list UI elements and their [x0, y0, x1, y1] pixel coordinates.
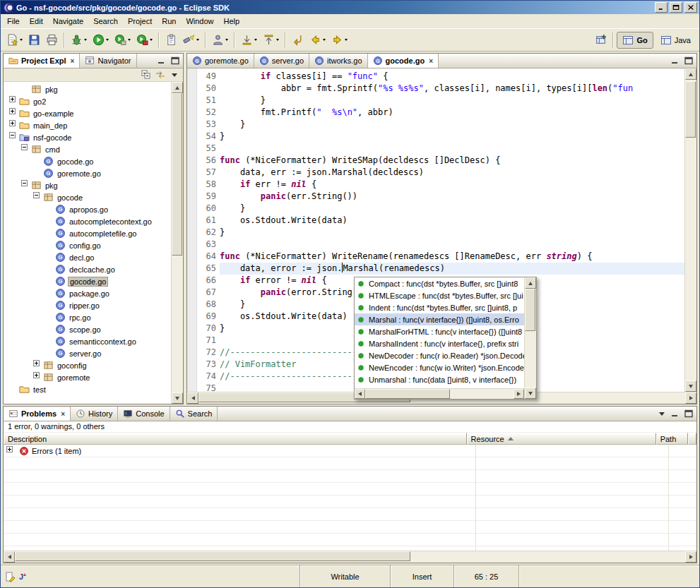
- scroll-right-button[interactable]: [685, 392, 696, 404]
- code-line-56[interactable]: func (*NiceFormatter) WriteSMap(decldesc…: [220, 155, 684, 167]
- line-number[interactable]: 52: [197, 107, 216, 119]
- tree-item-pkg[interactable]: pkg: [4, 83, 171, 95]
- close-window-button[interactable]: [684, 2, 697, 13]
- minimize-window-button[interactable]: [655, 2, 668, 13]
- close-tab-icon[interactable]: ×: [429, 57, 433, 65]
- completion-item[interactable]: NewEncoder : func(w io.Writer) *json.Enc…: [355, 361, 524, 373]
- scroll-down-button[interactable]: [172, 392, 183, 404]
- menu-edit[interactable]: Edit: [25, 16, 48, 27]
- tree-item-main-dep[interactable]: main_dep: [4, 119, 171, 131]
- scroll-up-button[interactable]: [172, 82, 183, 93]
- scrollbar-track[interactable]: [685, 80, 696, 380]
- menu-window[interactable]: Window: [181, 16, 218, 27]
- column-header-path[interactable]: Path: [656, 433, 688, 445]
- new-button[interactable]: [4, 32, 25, 49]
- scroll-down-button[interactable]: [525, 388, 536, 399]
- tree-item-cmd[interactable]: cmd: [4, 143, 171, 155]
- tree-item-package-go[interactable]: Gpackage.go: [4, 287, 171, 299]
- tree-item-autocompletefile-go[interactable]: Gautocompletefile.go: [4, 227, 171, 239]
- completion-item[interactable]: Indent : func(dst *bytes.Buffer, src []u…: [355, 301, 524, 313]
- annotation-ruler[interactable]: [187, 68, 197, 392]
- code-line-64[interactable]: func (*NiceFormatter) WriteRename(rename…: [220, 251, 684, 263]
- collapse-all-button[interactable]: [140, 69, 153, 81]
- code-line-53[interactable]: }: [220, 119, 684, 131]
- code-line-52[interactable]: fmt.Printf(" %s\n", abbr): [220, 107, 684, 119]
- completion-item[interactable]: HTMLEscape : func(dst *bytes.Buffer, src…: [355, 289, 524, 301]
- line-number[interactable]: 69: [197, 311, 216, 323]
- completion-item[interactable]: Compact : func(dst *bytes.Buffer, src []…: [355, 277, 524, 289]
- code-line-51[interactable]: }: [220, 95, 684, 107]
- tree-item-gocode-go[interactable]: Ggocode.go: [4, 155, 171, 167]
- dropdown-arrow-icon[interactable]: [254, 39, 257, 41]
- line-number[interactable]: 74: [197, 371, 216, 383]
- line-number[interactable]: 70: [197, 323, 216, 335]
- close-tab-icon[interactable]: ×: [71, 57, 75, 65]
- dropdown-arrow-icon[interactable]: [106, 39, 109, 41]
- code-line-55[interactable]: [220, 143, 684, 155]
- menu-search[interactable]: Search: [88, 16, 123, 27]
- tree-item-config-go[interactable]: Gconfig.go: [4, 239, 171, 251]
- external-tools-button[interactable]: [134, 32, 155, 49]
- dropdown-arrow-icon[interactable]: [323, 39, 326, 41]
- editor-tab-gocode-go[interactable]: Ggocode.go×: [368, 54, 439, 68]
- editor-tab-itworks-go[interactable]: Gitworks.go: [309, 54, 368, 68]
- last-edit-button[interactable]: [289, 32, 307, 49]
- tree-item-rpc-go[interactable]: Grpc.go: [4, 311, 171, 323]
- scroll-left-button[interactable]: [355, 389, 365, 399]
- editor-tab-goremote-go[interactable]: Ggoremote.go: [187, 54, 254, 68]
- line-number[interactable]: 58: [197, 179, 216, 191]
- editor-tab-server-go[interactable]: Gserver.go: [254, 54, 309, 68]
- editor-vertical-scrollbar[interactable]: [684, 68, 696, 392]
- line-number[interactable]: 51: [197, 95, 216, 107]
- maximize-view-button[interactable]: [169, 55, 182, 67]
- tree-item-decl-go[interactable]: Gdecl.go: [4, 251, 171, 263]
- tree-item-apropos-go[interactable]: Gapropos.go: [4, 203, 171, 215]
- tree-item-go-example[interactable]: go-example: [4, 107, 171, 119]
- tree-item-test[interactable]: test: [4, 383, 171, 395]
- line-number[interactable]: 66: [197, 275, 216, 287]
- scroll-left-button[interactable]: [4, 551, 15, 563]
- view-tab-search[interactable]: Search: [170, 407, 218, 421]
- view-tab-console[interactable]: Console: [118, 407, 170, 421]
- minimize-view-button[interactable]: [669, 55, 682, 67]
- line-number[interactable]: 59: [197, 191, 216, 203]
- column-header-resource[interactable]: Resource: [467, 433, 656, 445]
- scroll-right-button[interactable]: [685, 551, 696, 563]
- tree-item-gocode-go[interactable]: Ggocode.go: [4, 275, 171, 287]
- tree-item-pkg[interactable]: pkg: [4, 179, 171, 191]
- close-tab-icon[interactable]: ×: [61, 410, 65, 418]
- completion-item[interactable]: MarshalForHTML : func(v interface{}) ([]…: [355, 325, 524, 337]
- forward-button[interactable]: [328, 32, 350, 49]
- tree-item-autocompletecontext-go[interactable]: Gautocompletecontext.go: [4, 215, 171, 227]
- tree-item-semanticcontext-go[interactable]: Gsemanticcontext.go: [4, 335, 171, 347]
- scroll-left-button[interactable]: [187, 392, 198, 404]
- scrollbar-track[interactable]: [15, 551, 685, 563]
- tree-item-goconfig[interactable]: goconfig: [4, 359, 171, 371]
- menu-file[interactable]: File: [2, 16, 25, 27]
- line-number[interactable]: 57: [197, 167, 216, 179]
- dropdown-arrow-icon[interactable]: [225, 39, 228, 41]
- completion-item[interactable]: Marshal : func(v interface{}) ([]uint8, …: [355, 313, 524, 325]
- line-number[interactable]: 65: [197, 263, 216, 275]
- maximize-view-button[interactable]: [682, 55, 695, 67]
- view-tab-project-expl[interactable]: Project Expl×: [4, 54, 80, 68]
- view-menu-button[interactable]: [168, 69, 181, 81]
- scrollbar-thumb[interactable]: [685, 81, 696, 138]
- view-tab-problems[interactable]: Problems×: [4, 407, 71, 421]
- dropdown-arrow-icon[interactable]: [128, 39, 131, 41]
- column-header-description[interactable]: Description: [4, 433, 467, 445]
- line-number[interactable]: 73: [197, 359, 216, 371]
- line-number[interactable]: 75: [197, 383, 216, 392]
- menu-navigate[interactable]: Navigate: [48, 16, 88, 27]
- line-number-ruler[interactable]: 4950515253545556575859606162636465666768…: [197, 68, 220, 392]
- back-button[interactable]: [307, 32, 328, 49]
- team-button[interactable]: [209, 32, 231, 49]
- perspective-java-button[interactable]: Java: [655, 32, 696, 49]
- line-number[interactable]: 56: [197, 155, 216, 167]
- line-number[interactable]: 63: [197, 239, 216, 251]
- tree-item-goremote[interactable]: goremote: [4, 371, 171, 383]
- save-button[interactable]: [25, 32, 43, 49]
- scroll-up-button[interactable]: [685, 68, 696, 80]
- code-line-65[interactable]: data, error := json.Marshal(renamedescs): [220, 263, 684, 275]
- code-line-61[interactable]: os.Stdout.Write(data): [220, 215, 684, 227]
